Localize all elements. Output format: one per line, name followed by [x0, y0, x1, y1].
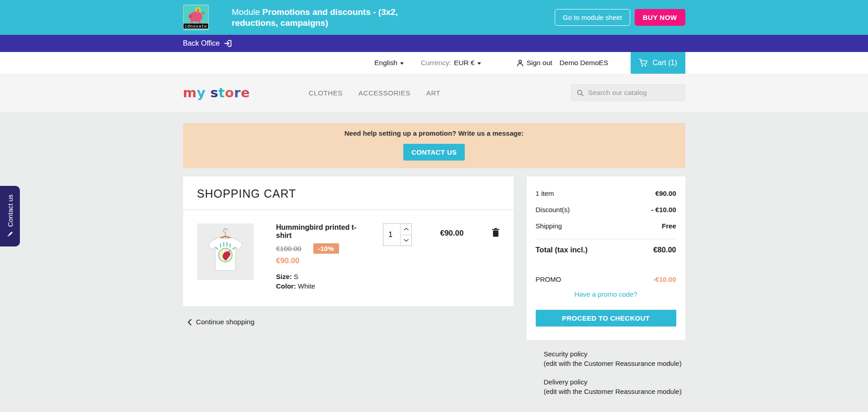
top-utility-bar: English Currency: EUR € Sign out Demo De… [0, 52, 868, 74]
product-image[interactable] [197, 223, 254, 280]
chevron-left-icon [188, 319, 192, 326]
store-header: my store CLOTHES ACCESSORIES ART [0, 74, 868, 112]
delivery-policy: Delivery policy (edit with the Customer … [527, 377, 685, 396]
delivery-policy-icon [527, 377, 544, 396]
help-banner-message: Need help setting up a promotion? Write … [183, 129, 685, 137]
quantity-decrease-button[interactable] [401, 235, 411, 246]
summary-row-discount: Discount(s) - €10.00 [536, 202, 676, 218]
sign-out-link[interactable]: Sign out [516, 59, 552, 67]
policy-subtitle: (edit with the Customer Reassurance modu… [544, 388, 682, 395]
policy-title: Security policy [544, 350, 588, 358]
user-name-link[interactable]: Demo DemoES [560, 59, 609, 67]
quantity-increase-button[interactable] [401, 224, 411, 235]
promo-value: -€10.00 [653, 275, 676, 283]
piggy-bank-icon: $ [187, 6, 207, 24]
quantity-spinner [383, 223, 412, 246]
search-input[interactable] [588, 89, 679, 97]
security-policy-icon [527, 349, 544, 368]
language-value: English [374, 59, 397, 67]
size-value: S [294, 273, 298, 280]
module-title-prefix: Module [232, 7, 260, 17]
security-policy: Security policy (edit with the Customer … [527, 349, 685, 368]
currency-label: Currency: [421, 59, 451, 67]
summary-label: 1 item [536, 185, 554, 202]
language-dropdown[interactable]: English [374, 59, 404, 67]
summary-total-row: Total (tax incl.) €80.00 [536, 242, 676, 257]
help-banner: Need help setting up a promotion? Write … [183, 123, 685, 168]
quantity-input[interactable] [383, 224, 400, 246]
remove-item-button[interactable] [492, 228, 500, 239]
currency-value: EUR € [454, 59, 475, 67]
store-nav: CLOTHES ACCESSORIES ART [309, 89, 441, 97]
proceed-to-checkout-button[interactable]: PROCEED TO CHECKOUT [536, 310, 676, 327]
chevron-down-icon [404, 239, 409, 242]
chevron-down-icon [400, 62, 404, 65]
trash-icon [492, 228, 500, 237]
chevron-up-icon [404, 227, 409, 231]
discount-badge: -10% [313, 243, 339, 254]
summary-value: Free [662, 218, 676, 234]
module-title: Module Promotions and discounts - (3x2, … [232, 7, 435, 28]
currency-dropdown[interactable]: Currency: EUR € [421, 59, 481, 67]
shopping-cart-icon [639, 58, 648, 67]
nav-clothes[interactable]: CLOTHES [309, 89, 343, 97]
user-icon [516, 59, 524, 67]
summary-row-shipping: Shipping Free [536, 218, 676, 234]
cart-label: Cart (1) [652, 59, 677, 67]
continue-shopping-link[interactable]: Continue shopping [183, 318, 514, 326]
reassurance-policies: Security policy (edit with the Customer … [527, 349, 685, 396]
chevron-down-icon [477, 62, 481, 65]
product-regular-price: €100.00 [276, 245, 302, 253]
back-office-link[interactable]: Back Office [183, 39, 232, 47]
module-header: $ idnovate Module Promotions and discoun… [0, 0, 868, 35]
size-label: Size: [276, 273, 292, 280]
summary-label: Discount(s) [536, 202, 570, 218]
color-label: Color: [276, 282, 296, 290]
policy-title: Delivery policy [544, 378, 588, 386]
summary-value: €90.00 [656, 185, 676, 202]
shopping-cart-card: SHOPPING CART [183, 176, 514, 306]
idnovate-logo[interactable]: $ idnovate [183, 5, 209, 30]
total-value: €80.00 [653, 242, 676, 257]
promo-row: PROMO -€10.00 [536, 275, 676, 283]
search-box [571, 84, 685, 101]
divider [536, 239, 676, 239]
exit-to-back-office-icon [224, 39, 232, 47]
sign-out-label: Sign out [527, 59, 552, 67]
pencil-icon [6, 231, 14, 238]
contact-tab-label: Contact us [6, 194, 14, 227]
shopping-cart-title: SHOPPING CART [183, 187, 514, 200]
summary-label: Shipping [536, 218, 562, 234]
user-name: Demo DemoES [560, 59, 609, 67]
promo-code-link[interactable]: Have a promo code? [536, 290, 676, 298]
go-to-module-sheet-button[interactable]: Go to module sheet [555, 9, 630, 26]
back-office-label: Back Office [183, 39, 220, 47]
promo-label: PROMO [536, 275, 561, 283]
store-logo[interactable]: my store [183, 85, 250, 100]
svg-text:$: $ [197, 8, 199, 13]
continue-shopping-label: Continue shopping [196, 318, 255, 326]
product-name[interactable]: Hummingbird printed t-shirt [276, 223, 368, 240]
cart-button[interactable]: Cart (1) [631, 52, 685, 74]
total-label: Total (tax incl.) [536, 242, 588, 257]
summary-row-items: 1 item €90.00 [536, 185, 676, 202]
policy-subtitle: (edit with the Customer Reassurance modu… [544, 360, 682, 367]
cart-item-row: Hummingbird printed t-shirt €100.00 -10%… [183, 210, 514, 291]
contact-us-side-tab[interactable]: Contact us [0, 186, 20, 246]
product-discounted-price: €90.00 [276, 256, 368, 265]
buy-now-button[interactable]: BUY NOW [635, 9, 685, 26]
nav-art[interactable]: ART [426, 89, 441, 97]
cart-summary-card: 1 item €90.00 Discount(s) - €10.00 Shipp… [527, 176, 685, 340]
vendor-name: idnovate [183, 23, 208, 29]
summary-value: - €10.00 [651, 202, 676, 218]
product-attributes: Size: S Color: White [276, 272, 368, 291]
back-office-bar: Back Office [0, 35, 868, 52]
color-value: White [298, 282, 315, 290]
line-total: €90.00 [412, 229, 491, 238]
search-icon [577, 89, 584, 97]
nav-accessories[interactable]: ACCESSORIES [359, 89, 410, 97]
contact-us-button[interactable]: CONTACT US [403, 144, 465, 161]
